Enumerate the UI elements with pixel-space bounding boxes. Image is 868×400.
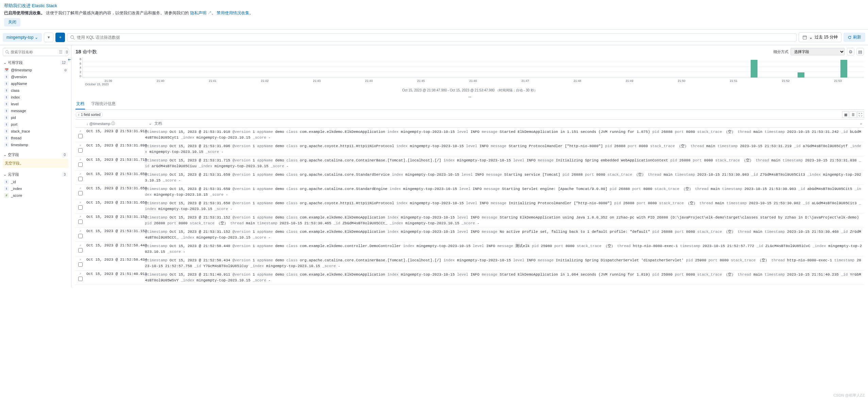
field-item--id[interactable]: t_id [3, 178, 68, 185]
field-item-pid[interactable]: tpid [3, 114, 68, 121]
expand-row-icon[interactable]: ↗ [79, 258, 81, 261]
chart-toggle-button[interactable]: ▤ [856, 48, 864, 55]
field-name: stack_trace [11, 129, 30, 133]
row-controls: ↗ [76, 242, 85, 256]
add-field-icon[interactable]: ⊕ [64, 68, 67, 72]
chevron-down-icon: ⌄ [3, 172, 6, 177]
chevron-down-icon: ⌄ [809, 35, 813, 40]
row-checkbox[interactable] [78, 148, 83, 153]
svg-point-4 [6, 51, 9, 53]
expand-row-icon[interactable]: ↗ [79, 201, 81, 204]
row-checkbox[interactable] [78, 248, 83, 253]
chart-options-button[interactable]: ⚙ [847, 48, 854, 55]
field-search-input[interactable] [11, 50, 57, 54]
row-checkbox[interactable] [78, 234, 83, 238]
histogram-chart[interactable]: 86420 [76, 57, 864, 78]
field-name: _index [11, 187, 22, 191]
meta-fields-header[interactable]: ⌄ 元字段 3 [3, 171, 68, 178]
field-item-class[interactable]: tclass [3, 87, 68, 94]
external-link-icon: ↗ [207, 11, 212, 15]
result-tabs: 文档 字段统计信息 [76, 99, 864, 110]
row-checkbox[interactable] [78, 262, 83, 267]
tab-field-stats[interactable]: 字段统计信息 [90, 99, 116, 109]
expand-row-icon[interactable]: ↗ [79, 129, 81, 133]
banner-close-button[interactable]: 关闭 [4, 18, 20, 27]
view-normal-button[interactable]: ☰ [850, 111, 856, 118]
field-item--index[interactable]: t_index [3, 185, 68, 192]
field-type-icon: # [4, 193, 9, 198]
view-compact-button[interactable]: ▦ [842, 111, 849, 118]
row-checkbox[interactable] [78, 277, 83, 281]
tab-documents[interactable]: 文档 [76, 99, 85, 109]
row-document: @timestamp Oct 15, 2023 @ 21:53:31.896 @… [144, 142, 864, 156]
filter-icon[interactable]: ☰ [59, 50, 63, 54]
expand-row-icon[interactable]: ↗ [79, 272, 81, 276]
empty-fields-header[interactable]: ⌄ 空字段 0 [3, 151, 68, 159]
svg-line-1 [73, 38, 75, 39]
time-picker[interactable]: ⌄ 过去 15 分钟 [799, 32, 841, 42]
add-filter-button[interactable]: + [55, 33, 65, 42]
filter-count-badge: 0 [64, 50, 70, 54]
expand-row-icon[interactable]: ↗ [79, 186, 81, 190]
field-item--score[interactable]: #_score [3, 192, 68, 199]
sidebar-collapse-icon[interactable]: ⇤ [68, 57, 71, 62]
svg-rect-2 [803, 36, 807, 39]
field-item--timestamp[interactable]: 📅@timestamp⊕ [3, 67, 68, 73]
col-document-header[interactable]: 文档 ⌄ [153, 120, 864, 127]
sort-indicator[interactable]: ↕ 1 field sorted [76, 112, 103, 118]
available-fields-header[interactable]: ⌄ 可用字段 12 [3, 59, 68, 67]
kql-search-box[interactable] [67, 33, 797, 41]
field-item-stack-trace[interactable]: tstack_trace [3, 128, 68, 135]
breakdown-select[interactable]: 选择字段 [790, 48, 845, 55]
expand-row-icon[interactable]: ↗ [79, 215, 81, 219]
filter-button[interactable]: ▾ [44, 33, 53, 42]
field-item-level[interactable]: tlevel [3, 101, 68, 107]
row-document: @timestamp Oct 15, 2023 @ 21:51:40.911 @… [144, 271, 864, 284]
field-name: pid [11, 116, 16, 120]
field-item-thread[interactable]: tthread [3, 135, 68, 141]
plus-icon: + [59, 35, 62, 40]
x-axis: 21:3921:4021:4121:4221:4321:4421:4521:46… [82, 79, 864, 83]
breakdown-control: 细分方式 选择字段 ⚙ ▤ [773, 48, 864, 55]
expand-row-icon[interactable]: ↗ [79, 243, 81, 247]
datasource-selector[interactable]: mingempty-top ⌄ [3, 33, 42, 42]
histogram-bar[interactable] [751, 60, 757, 77]
expand-row-icon[interactable]: ↗ [79, 158, 81, 161]
histogram-bar[interactable] [798, 72, 804, 77]
field-type-icon: t [4, 179, 9, 184]
expand-row-icon[interactable]: ↗ [79, 172, 81, 176]
kql-input[interactable] [77, 35, 794, 40]
expand-row-icon[interactable]: ↗ [79, 143, 81, 147]
row-timestamp: Oct 15, 2023 @ 21:53:31.659 [85, 171, 144, 185]
field-item-index[interactable]: tindex [3, 94, 68, 101]
field-name: appName [11, 82, 27, 86]
table-row: ↗Oct 15, 2023 @ 21:53:31.152@timestamp O… [76, 213, 864, 228]
row-checkbox[interactable] [78, 134, 83, 138]
expand-row-icon[interactable]: ↗ [79, 229, 81, 233]
field-name: @timestamp [11, 68, 32, 72]
row-checkbox[interactable] [78, 191, 83, 195]
row-checkbox[interactable] [78, 205, 83, 210]
resize-handle[interactable]: ═ [76, 95, 864, 99]
col-timestamp-header[interactable]: ↓ @timestamp ⓘ ⌄ [85, 120, 153, 127]
table-row: ↗Oct 15, 2023 @ 21:51:40.911@timestamp O… [76, 271, 864, 285]
banner-title[interactable]: 帮助我们改进 Elastic Stack [4, 3, 864, 9]
table-row: ↗Oct 15, 2023 @ 21:53:31.918@timestamp O… [76, 128, 864, 142]
field-item-appName[interactable]: tappName [3, 80, 68, 87]
field-item-message[interactable]: tmessage [3, 107, 68, 114]
refresh-button[interactable]: 刷新 [844, 33, 865, 42]
row-checkbox[interactable] [78, 177, 83, 181]
row-controls: ↗ [76, 142, 85, 156]
meta-fields-section: ⌄ 元字段 3 t_idt_index#_score [3, 171, 68, 199]
field-item-timestamp[interactable]: ttimestamp [3, 141, 68, 148]
field-search[interactable]: ☰ 0 [3, 48, 68, 56]
field-item-port[interactable]: tport [3, 121, 68, 128]
histogram-bar[interactable] [840, 60, 847, 77]
privacy-link[interactable]: 隐私声明 ↗ [190, 11, 212, 15]
column-headers: ↓ @timestamp ⓘ ⌄ 文档 ⌄ [76, 120, 864, 128]
row-checkbox[interactable] [78, 220, 83, 224]
disable-telemetry-link[interactable]: 禁用使用情况收集 [217, 11, 249, 15]
row-checkbox[interactable] [78, 162, 83, 167]
view-expanded-button[interactable]: ⛶ [857, 111, 864, 118]
field-item--version[interactable]: t@version [3, 73, 68, 80]
